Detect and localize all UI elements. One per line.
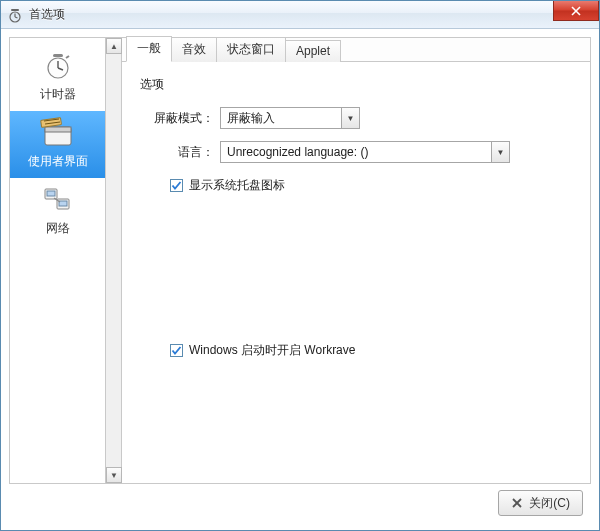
chevron-down-icon: ▼ <box>341 108 359 128</box>
language-combo[interactable]: Unrecognized language: () ▼ <box>220 141 510 163</box>
language-value: Unrecognized language: () <box>221 145 491 159</box>
svg-rect-17 <box>47 191 55 196</box>
svg-line-2 <box>15 17 18 18</box>
autostart-checkbox[interactable] <box>170 344 183 357</box>
scroll-down-button[interactable]: ▼ <box>106 467 122 483</box>
network-icon <box>38 184 78 216</box>
close-button-label: 关闭(C) <box>529 495 570 512</box>
inner-frame: 计时器 使用者界面 <box>9 37 591 484</box>
tab-general[interactable]: 一般 <box>126 36 172 62</box>
row-block-mode: 屏蔽模式： 屏蔽输入 ▼ <box>140 107 572 129</box>
footer: 关闭(C) <box>9 484 591 522</box>
titlebar[interactable]: 首选项 <box>1 1 599 29</box>
sidebar-item-timer[interactable]: 计时器 <box>10 44 105 111</box>
row-language: 语言： Unrecognized language: () ▼ <box>140 141 572 163</box>
close-icon <box>511 497 523 509</box>
timer-icon <box>38 50 78 82</box>
sidebar: 计时器 使用者界面 <box>10 38 106 483</box>
block-mode-label: 屏蔽模式： <box>140 110 220 127</box>
svg-line-10 <box>66 56 69 58</box>
svg-rect-9 <box>53 54 63 57</box>
tab-strip: 一般 音效 状态窗口 Applet <box>122 38 590 62</box>
window-close-button[interactable] <box>553 1 599 21</box>
ui-icon <box>38 117 78 149</box>
check-icon <box>171 345 182 356</box>
tab-sound[interactable]: 音效 <box>171 37 217 62</box>
sidebar-item-network[interactable]: 网络 <box>10 178 105 245</box>
scroll-up-button[interactable]: ▲ <box>106 38 122 54</box>
tray-checkbox-label: 显示系统托盘图标 <box>189 177 285 194</box>
svg-rect-12 <box>45 127 71 132</box>
tray-checkbox[interactable] <box>170 179 183 192</box>
check-icon <box>171 180 182 191</box>
sidebar-item-ui[interactable]: 使用者界面 <box>10 111 105 178</box>
row-tray-icon: 显示系统托盘图标 <box>170 177 572 194</box>
options-group-title: 选项 <box>140 76 572 93</box>
chevron-down-icon: ▼ <box>491 142 509 162</box>
close-icon <box>571 6 581 16</box>
block-mode-combo[interactable]: 屏蔽输入 ▼ <box>220 107 360 129</box>
sidebar-item-label: 网络 <box>46 220 70 237</box>
system-buttons <box>553 1 599 28</box>
row-autostart: Windows 启动时开启 Workrave <box>170 342 572 359</box>
sidebar-item-label: 使用者界面 <box>28 153 88 170</box>
tab-status-window[interactable]: 状态窗口 <box>216 37 286 62</box>
block-mode-value: 屏蔽输入 <box>221 110 341 127</box>
svg-rect-3 <box>11 9 19 11</box>
close-button[interactable]: 关闭(C) <box>498 490 583 516</box>
language-label: 语言： <box>140 144 220 161</box>
tabpanel-general: 选项 屏蔽模式： 屏蔽输入 ▼ 语言： Unrecognized languag… <box>122 62 590 483</box>
app-icon <box>7 7 23 23</box>
tab-applet[interactable]: Applet <box>285 40 341 62</box>
autostart-checkbox-label: Windows 启动时开启 Workrave <box>189 342 355 359</box>
client-area: 计时器 使用者界面 <box>1 29 599 530</box>
sidebar-item-label: 计时器 <box>40 86 76 103</box>
preferences-window: 首选项 <box>0 0 600 531</box>
content-area: 一般 音效 状态窗口 Applet 选项 屏蔽模式： 屏蔽输入 ▼ <box>122 38 590 483</box>
svg-rect-19 <box>59 201 67 206</box>
window-title: 首选项 <box>29 6 553 23</box>
sidebar-scrollbar[interactable]: ▲ ▼ <box>106 38 122 483</box>
